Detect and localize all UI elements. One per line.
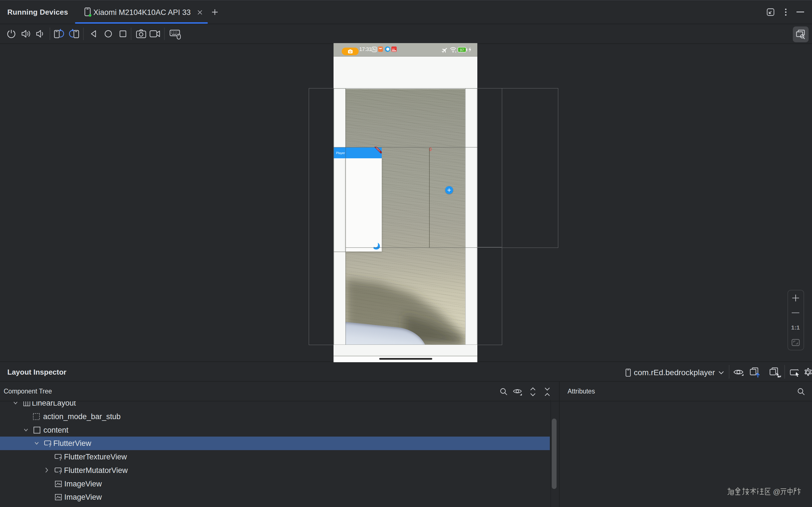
svg-text:6: 6 bbox=[455, 51, 456, 53]
svg-text:97: 97 bbox=[460, 48, 464, 52]
svg-text:?: ? bbox=[49, 443, 51, 447]
svg-text:?: ? bbox=[59, 456, 62, 461]
svg-text:@: @ bbox=[773, 488, 781, 496]
svg-text:?: ? bbox=[59, 470, 62, 474]
